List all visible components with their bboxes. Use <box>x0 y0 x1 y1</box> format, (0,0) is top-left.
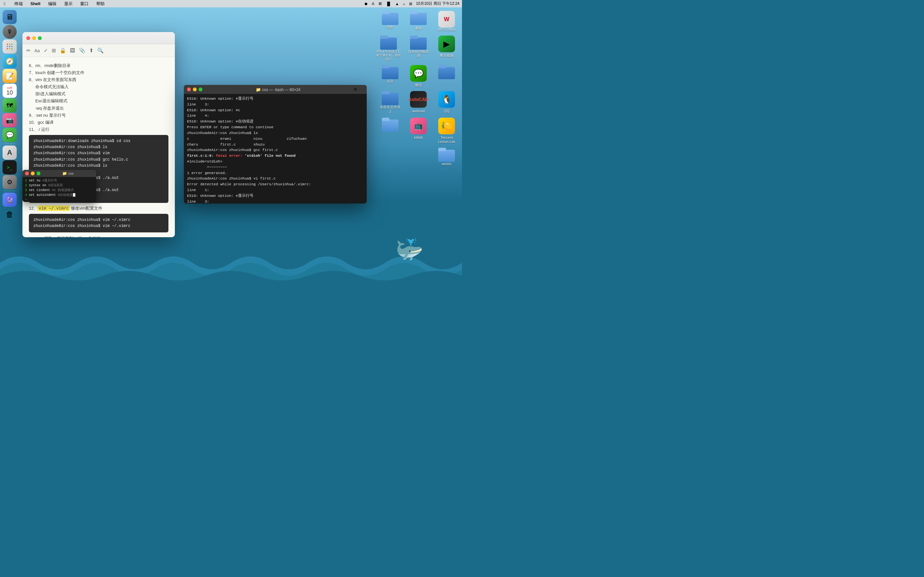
desktop-icon-unnamed[interactable]: 未命名文件夹 2 <box>377 90 403 115</box>
desktop-icon-zidong[interactable]: 自动化控制原理 <box>405 34 431 63</box>
menu-terminal[interactable]: 终端 <box>13 1 24 7</box>
lemon-icon: 🍋 <box>438 118 455 134</box>
dock-terminal[interactable]: >_ <box>3 160 17 174</box>
menu-shell[interactable]: Shell <box>29 1 42 6</box>
notes-toolbar: ✏ Aa ✓ ⊞ 🔒 🖼 📎 ⬆ 🔍 <box>23 44 175 57</box>
folder-ziliao-icon <box>382 11 399 25</box>
maximize-button[interactable] <box>38 36 42 40</box>
notes-line-8c: Esc退出编辑模式 <box>29 97 168 105</box>
desktop-icon-biye[interactable]: 004【毕业设计】基于单片机...系统设计 <box>374 34 403 63</box>
desktop-icon-ziliao[interactable]: 资料 <box>377 10 403 33</box>
notes-line-9: 9、:set nu 显示行号 <box>29 112 168 119</box>
mini-line-2: 2 syntax on #语法高亮 <box>25 183 94 188</box>
terminal-maximize-button[interactable] <box>199 87 202 91</box>
qq-icon: 🐧 <box>438 91 455 108</box>
dock-separator <box>4 143 15 144</box>
desktop-icon-qq[interactable]: 🐧 QQ <box>434 90 459 115</box>
control-center-icon[interactable]: ⊞ <box>409 2 412 6</box>
menu-edit[interactable]: 编辑 <box>47 1 58 7</box>
term-line-17: line 1: <box>187 187 363 193</box>
menu-window[interactable]: 窗口 <box>79 1 90 7</box>
notes-line-8b: 按i进入编辑模式 <box>29 90 168 97</box>
notes-content[interactable]: 6、rm、rmdir删除目录 7、touch 创建一个空白的文件 8、vim 在… <box>23 57 175 237</box>
notes-line-6: 6、rm、rmdir删除目录 <box>29 62 168 69</box>
dock-fontbook[interactable]: A <box>3 145 17 160</box>
term-line-13: ^~~~~~~~~ <box>187 164 363 170</box>
menubar-left:  终端 Shell 编辑 显示 窗口 帮助 <box>3 1 106 7</box>
term-line-15: zhuxinhuadeAir:cos zhuxinhua$ vi first.c <box>187 176 363 181</box>
notes-footer: nyy，n=整数，表示复制一行，p为粘贴 <box>29 235 168 237</box>
svg-point-6 <box>7 48 8 49</box>
photo-icon[interactable]: 🖼 <box>70 48 75 53</box>
new-note-icon[interactable]: ✏ <box>26 47 31 53</box>
desktop-icon-sucai[interactable]: 素材 <box>405 10 431 33</box>
wifi-icon: ▲ <box>395 2 399 6</box>
search-icon[interactable]: ⌕ <box>403 2 405 6</box>
menu-view[interactable]: 显示 <box>63 1 74 7</box>
search-icon[interactable]: 🔍 <box>97 47 103 53</box>
attach-icon[interactable]: 📎 <box>79 47 86 53</box>
notes-line-8: 8、vim 在文件里面写东西 <box>29 76 168 83</box>
notes-titlebar <box>23 32 175 44</box>
folder3-icon <box>438 65 455 79</box>
dock-notes[interactable]: 📝 <box>3 69 17 83</box>
desktop-icon-wps[interactable]: W WPS Office <box>434 10 459 33</box>
folder-sucai-icon <box>410 11 427 25</box>
wps-icon: W <box>438 11 455 27</box>
lock-icon[interactable]: 🔒 <box>60 47 66 53</box>
desktop-icon-lunwen[interactable]: 论文 <box>377 64 403 89</box>
dock-photos[interactable]: 📷 <box>3 113 17 127</box>
dock-vpn[interactable]: 🔮 <box>3 193 17 207</box>
mini-maximize-button[interactable] <box>37 171 40 175</box>
term-line-12: #include<stdioh> <box>187 159 363 164</box>
desktop-icon-folder3[interactable] <box>434 64 459 89</box>
font-size-icon[interactable]: Aa <box>34 48 40 53</box>
close-button[interactable] <box>26 36 30 40</box>
notes-section-12: 12、vim ~/.vimrc 修改vim配置文件 <box>29 205 168 212</box>
dock-launchpad[interactable] <box>3 39 17 53</box>
term-line-9: charu first.c shuzu <box>187 142 363 147</box>
whale-decoration: 🐳 <box>396 237 423 263</box>
menu-help[interactable]: 帮助 <box>95 1 106 7</box>
terminal-close-button[interactable] <box>187 87 191 91</box>
dock-calendar[interactable]: 10月 10 <box>3 84 17 98</box>
lemon-label: Tencent Lemon Lite <box>435 135 458 144</box>
dock-safari[interactable]: 🧭 <box>3 54 17 68</box>
term-line-11: first.c:1:9: fatal error: 'stdioh' file … <box>187 153 363 159</box>
terminal-titlebar: 📁 cos — -bash — 80×24 ≡ <box>184 85 367 94</box>
checklist-icon[interactable]: ✓ <box>44 47 48 53</box>
mini-close-button[interactable] <box>25 171 29 175</box>
wechat-label: 微信 <box>415 83 422 87</box>
desktop-icon-wechat[interactable]: 💬 微信 <box>405 64 431 89</box>
desktop-icon-tencent-video[interactable]: ▶ 腾讯视频 <box>434 34 459 63</box>
folder-lunwen-icon <box>382 65 399 79</box>
waves-decoration <box>0 231 462 288</box>
mini-minimize-button[interactable] <box>31 171 35 175</box>
term-line-6: Press ENTER or type command to continue <box>187 124 363 130</box>
apple-menu[interactable]:  <box>3 1 7 6</box>
dock-maps[interactable]: 🗺 <box>3 98 17 113</box>
terminal-content[interactable]: E518: Unknown option: #显示行号 line 3: E518… <box>184 94 367 203</box>
desktop-icon-lemon[interactable]: 🍋 Tencent Lemon Lite <box>434 116 459 145</box>
mini-terminal-titlebar: 📁 cos <box>23 170 96 177</box>
desktop-icon-bilibili[interactable]: 📺 bilibili <box>405 116 431 145</box>
desktop-icon-weixin-folder[interactable]: weixin <box>434 147 459 167</box>
desktop-icon-autocad[interactable]: AutoCAD autocad <box>405 90 431 115</box>
share-icon[interactable]: ⬆ <box>89 47 94 53</box>
record-icon: ⏺ <box>364 2 368 6</box>
dock-separator2 <box>4 191 15 191</box>
dock-trash[interactable]: 🗑 <box>3 207 17 221</box>
terminal-minimize-button[interactable] <box>193 87 197 91</box>
dock-messages[interactable]: 💬 <box>3 128 17 142</box>
table-icon[interactable]: ⊞ <box>52 47 56 53</box>
desktop-icons: 资料 素材 W WPS Office 004【毕业设计】基于单片机...系统设计… <box>374 10 459 169</box>
desktop-icon-folder5[interactable] <box>377 116 403 145</box>
folder-weixin-icon <box>438 148 455 162</box>
dock-finder[interactable]: 🖥 <box>3 10 17 24</box>
dock-system-prefs[interactable]: ⚙ <box>3 175 17 189</box>
svg-point-3 <box>7 46 8 47</box>
autocad-label: autocad <box>412 109 425 113</box>
notes-window: ✏ Aa ✓ ⊞ 🔒 🖼 📎 ⬆ 🔍 6、rm、rmdir删除目录 7、touc… <box>23 32 175 237</box>
minimize-button[interactable] <box>32 36 36 40</box>
dock-siri[interactable]: 🎙 <box>3 25 17 39</box>
